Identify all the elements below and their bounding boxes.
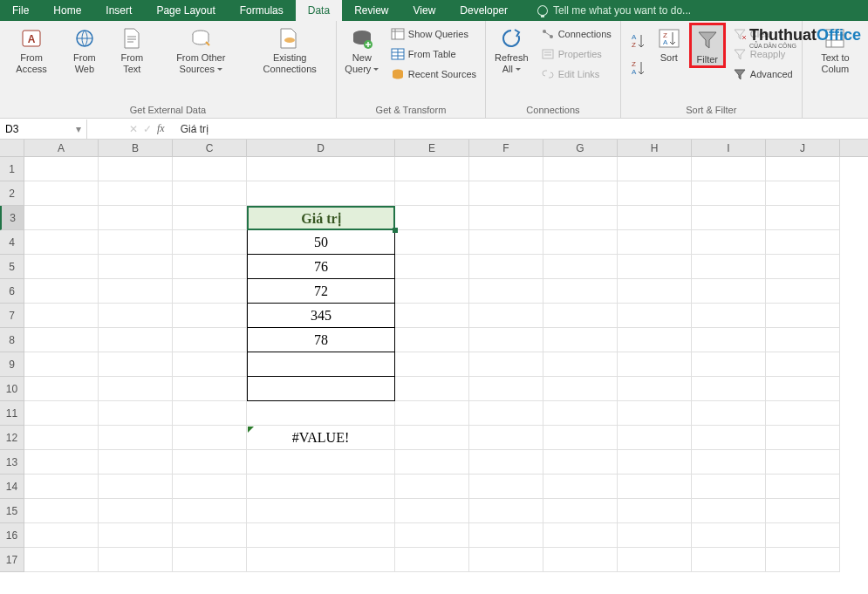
cell-I1[interactable] — [692, 157, 766, 181]
cell-D5[interactable]: 76 — [247, 255, 395, 279]
cell-B2[interactable] — [99, 181, 173, 206]
cell-C4[interactable] — [173, 230, 247, 255]
cell-A16[interactable] — [24, 523, 99, 548]
cell-F17[interactable] — [469, 548, 543, 572]
cell-A8[interactable] — [24, 328, 99, 352]
col-header-I[interactable]: I — [692, 140, 766, 156]
row-header-11[interactable]: 11 — [0, 401, 24, 426]
cell-J17[interactable] — [766, 548, 840, 572]
cell-B5[interactable] — [99, 255, 173, 279]
cell-C17[interactable] — [173, 548, 247, 572]
cell-E5[interactable] — [395, 255, 469, 279]
formula-bar-input[interactable] — [174, 123, 868, 135]
cell-B11[interactable] — [99, 401, 173, 426]
cell-F6[interactable] — [469, 279, 543, 304]
cell-J14[interactable] — [766, 475, 840, 499]
cell-F16[interactable] — [469, 523, 543, 548]
cell-C6[interactable] — [173, 279, 247, 304]
cell-F11[interactable] — [469, 401, 543, 426]
cell-B9[interactable] — [99, 352, 173, 377]
cell-C7[interactable] — [173, 304, 247, 328]
cell-B15[interactable] — [99, 499, 173, 523]
tab-developer[interactable]: Developer — [448, 0, 520, 21]
cell-C2[interactable] — [173, 181, 247, 206]
cell-F9[interactable] — [469, 352, 543, 377]
cell-D9[interactable] — [247, 352, 395, 377]
cell-J4[interactable] — [766, 230, 840, 255]
cell-C14[interactable] — [173, 475, 247, 499]
cell-E4[interactable] — [395, 230, 469, 255]
cell-E15[interactable] — [395, 499, 469, 523]
cell-E8[interactable] — [395, 328, 469, 352]
col-header-D[interactable]: D — [247, 140, 395, 156]
cell-C15[interactable] — [173, 499, 247, 523]
cell-F14[interactable] — [469, 475, 543, 499]
cell-G3[interactable] — [543, 206, 618, 230]
cell-D14[interactable] — [247, 475, 395, 499]
cell-I11[interactable] — [692, 401, 766, 426]
cell-E13[interactable] — [395, 450, 469, 475]
cell-F5[interactable] — [469, 255, 543, 279]
cell-G8[interactable] — [543, 328, 618, 352]
cell-H9[interactable] — [618, 352, 692, 377]
cell-C5[interactable] — [173, 255, 247, 279]
cell-A3[interactable] — [24, 206, 99, 230]
col-header-J[interactable]: J — [766, 140, 840, 156]
cell-D10[interactable] — [247, 377, 395, 401]
filter-button[interactable]: Filter — [689, 23, 726, 68]
cell-G12[interactable] — [543, 426, 618, 450]
row-header-1[interactable]: 1 — [0, 157, 24, 181]
cell-E2[interactable] — [395, 181, 469, 206]
cell-E1[interactable] — [395, 157, 469, 181]
enter-formula-icon[interactable]: ✓ — [143, 123, 152, 135]
from-text-button[interactable]: From Text — [110, 23, 154, 75]
cell-G7[interactable] — [543, 304, 618, 328]
cell-F8[interactable] — [469, 328, 543, 352]
cell-F4[interactable] — [469, 230, 543, 255]
cell-J3[interactable] — [766, 206, 840, 230]
tab-review[interactable]: Review — [342, 0, 400, 21]
cell-B3[interactable] — [99, 206, 173, 230]
cell-G15[interactable] — [543, 499, 618, 523]
cell-B16[interactable] — [99, 523, 173, 548]
cell-J6[interactable] — [766, 279, 840, 304]
col-header-G[interactable]: G — [543, 140, 618, 156]
edit-links-button[interactable]: Edit Links — [536, 65, 617, 84]
row-header-13[interactable]: 13 — [0, 450, 24, 475]
cell-D3[interactable]: Giá trị — [247, 206, 395, 230]
cell-F15[interactable] — [469, 499, 543, 523]
cell-I4[interactable] — [692, 230, 766, 255]
cell-C16[interactable] — [173, 523, 247, 548]
cell-H4[interactable] — [618, 230, 692, 255]
cell-G5[interactable] — [543, 255, 618, 279]
cell-C8[interactable] — [173, 328, 247, 352]
cell-E3[interactable] — [395, 206, 469, 230]
row-header-14[interactable]: 14 — [0, 475, 24, 499]
cell-H14[interactable] — [618, 475, 692, 499]
row-header-17[interactable]: 17 — [0, 548, 24, 572]
row-header-12[interactable]: 12 — [0, 426, 24, 450]
selection-handle[interactable] — [393, 228, 398, 233]
sort-asc-button[interactable]: AZ — [625, 28, 649, 54]
cancel-formula-icon[interactable]: ✕ — [129, 123, 138, 135]
cell-D8[interactable]: 78 — [247, 328, 395, 352]
cell-J16[interactable] — [766, 523, 840, 548]
cell-B12[interactable] — [99, 426, 173, 450]
cell-C10[interactable] — [173, 377, 247, 401]
cell-G6[interactable] — [543, 279, 618, 304]
cell-B1[interactable] — [99, 157, 173, 181]
cell-G16[interactable] — [543, 523, 618, 548]
cell-C11[interactable] — [173, 401, 247, 426]
cell-C3[interactable] — [173, 206, 247, 230]
cell-E10[interactable] — [395, 377, 469, 401]
cell-D4[interactable]: 50 — [247, 230, 395, 255]
cell-A17[interactable] — [24, 548, 99, 572]
cell-H5[interactable] — [618, 255, 692, 279]
cell-B4[interactable] — [99, 230, 173, 255]
cell-H3[interactable] — [618, 206, 692, 230]
cell-D13[interactable] — [247, 450, 395, 475]
cell-H12[interactable] — [618, 426, 692, 450]
cell-J7[interactable] — [766, 304, 840, 328]
cell-G2[interactable] — [543, 181, 618, 206]
cell-D7[interactable]: 345 — [247, 304, 395, 328]
